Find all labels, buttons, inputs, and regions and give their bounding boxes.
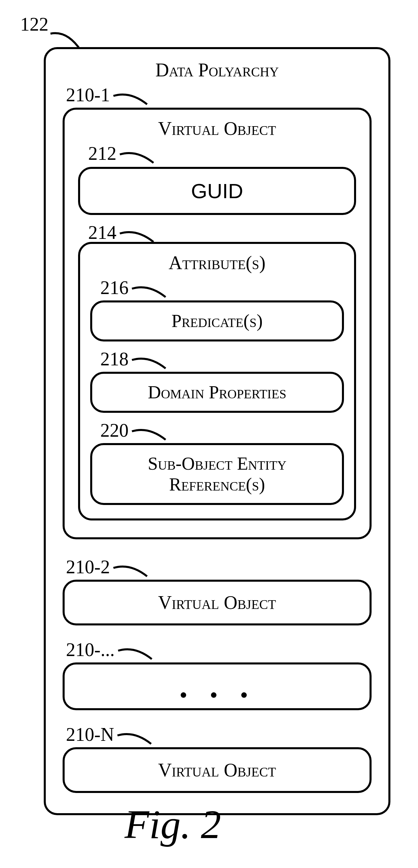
label-210-2: 210-2: [66, 556, 371, 580]
ref-122-label: 122: [20, 13, 49, 35]
virtual-object-n-box: Virtual Object: [63, 747, 371, 793]
leader-212: [116, 143, 157, 166]
ref-210-ellipsis-text: 210-...: [66, 639, 115, 660]
figure-caption: Fig. 2: [124, 801, 221, 848]
leader-210-ellipsis: [115, 639, 155, 662]
label-218: 218: [100, 348, 344, 372]
predicates-title: Predicate(s): [98, 311, 336, 331]
domain-properties-box: Domain Properties: [90, 372, 344, 413]
label-210-ellipsis: 210-...: [66, 639, 371, 662]
ref-210-2-text: 210-2: [66, 556, 110, 578]
attributes-box: Attribute(s) 216 Predicate(s) 218: [78, 242, 356, 521]
data-polyarchy-box: Data Polyarchy 210-1 Virtual Object 212 …: [44, 47, 390, 815]
domain-properties-title: Domain Properties: [98, 382, 336, 403]
label-210-n: 210-N: [66, 724, 371, 747]
label-220: 220: [100, 420, 344, 443]
ref-122-text: 122: [20, 14, 49, 35]
diagram-container: Data Polyarchy 210-1 Virtual Object 212 …: [44, 47, 390, 815]
attributes-title: Attribute(s): [90, 252, 344, 274]
virtual-object-1-title: Virtual Object: [78, 118, 356, 139]
sub-object-title: Sub-Object Entity Reference(s): [98, 453, 336, 495]
label-212: 212: [88, 143, 356, 166]
sub-object-box: Sub-Object Entity Reference(s): [90, 443, 344, 505]
ref-210-n-text: 210-N: [66, 724, 114, 745]
data-polyarchy-title: Data Polyarchy: [63, 59, 371, 81]
ref-220-text: 220: [100, 420, 128, 441]
virtual-object-2-title: Virtual Object: [71, 592, 363, 613]
ref-214-text: 214: [88, 222, 116, 243]
predicates-box: Predicate(s): [90, 301, 344, 341]
label-210-1: 210-1: [66, 84, 371, 108]
ref-216-text: 216: [100, 277, 128, 299]
virtual-object-1-box: Virtual Object 212 GUID 214 Attribute(s): [63, 108, 371, 539]
leader-210-n: [114, 724, 154, 747]
virtual-object-2-box: Virtual Object: [63, 580, 371, 625]
virtual-object-n-title: Virtual Object: [71, 760, 363, 781]
leader-218: [128, 348, 169, 372]
ellipsis-dots: . . .: [71, 678, 363, 695]
ref-210-1-text: 210-1: [66, 84, 110, 106]
leader-210-1: [110, 84, 150, 108]
guid-box: GUID: [78, 167, 356, 215]
label-216: 216: [100, 277, 344, 301]
virtual-object-ellipsis-box: . . .: [63, 662, 371, 710]
ref-218-text: 218: [100, 348, 128, 370]
ref-212-text: 212: [88, 143, 116, 164]
guid-text: GUID: [191, 179, 243, 203]
leader-210-2: [110, 556, 150, 580]
leader-220: [128, 420, 169, 443]
leader-216: [128, 277, 169, 301]
